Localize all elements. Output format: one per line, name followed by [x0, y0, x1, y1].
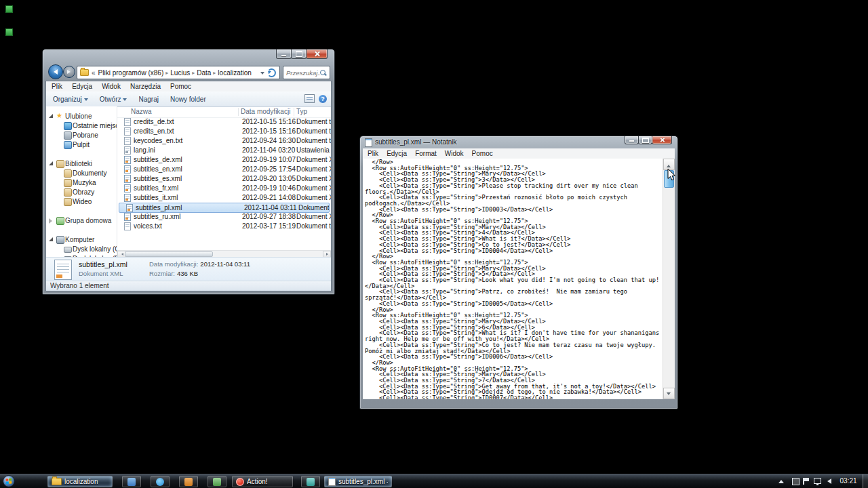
taskbar-item-notepad[interactable]: subtitles_pl.xml — N... [324, 476, 392, 487]
address-dropdown-icon[interactable] [260, 72, 264, 77]
sidebar-group-libraries[interactable]: Biblioteki [46, 159, 117, 168]
taskbar-item-pinned-3[interactable] [179, 476, 198, 487]
forward-button[interactable] [63, 66, 75, 78]
menu-widok[interactable]: Widok [102, 83, 121, 90]
file-row-selected[interactable]: subtitles_pl.xml 2012-11-04 03:11 Dokume… [119, 203, 330, 213]
xml-file-icon [126, 204, 133, 212]
taskbar-item-pinned-1[interactable] [122, 476, 141, 487]
status-bar: Wybrano 1 element [46, 281, 331, 291]
new-folder-button[interactable]: Nowy folder [165, 93, 211, 105]
file-row[interactable]: credits_en.txt 2012-10-15 15:16 Dokument… [117, 127, 331, 136]
expander-icon[interactable] [49, 161, 53, 165]
file-row[interactable]: subtitles_de.xml 2012-09-19 10:07 Dokume… [117, 155, 331, 165]
file-modified: 2012-09-27 18:38 [242, 212, 295, 222]
desktop-icon-1[interactable] [5, 5, 13, 13]
maximize-button[interactable] [638, 136, 652, 144]
sidebar-group-favorites[interactable]: Ulubione [46, 112, 117, 121]
sidebar-item-drive-c[interactable]: Dysk lokalny (C:) [46, 245, 117, 253]
menu-plik[interactable]: Plik [368, 150, 378, 157]
sidebar-item-videos[interactable]: Wideo [46, 197, 117, 206]
breadcrumb-segment[interactable]: Pliki programów (x86) [96, 69, 166, 77]
taskbar-item-pinned-5[interactable] [301, 476, 320, 487]
burn-button[interactable]: Nagraj [134, 93, 163, 105]
breadcrumb-segment[interactable]: localization [216, 69, 253, 77]
drive-icon [64, 247, 72, 253]
menu-bar: Plik Edycja Widok Narzędzia Pomoc [46, 81, 331, 92]
refresh-icon[interactable] [267, 68, 276, 77]
tray-expand-icon[interactable] [778, 480, 784, 483]
organize-button[interactable]: Organizuj [48, 93, 93, 105]
menu-plik[interactable]: Plik [52, 83, 62, 90]
file-row[interactable]: lang.ini 2012-11-04 03:20 Ustawienia kon… [117, 146, 331, 155]
file-row[interactable]: subtitles_ru.xml 2012-09-27 18:38 Dokume… [117, 212, 331, 222]
breadcrumb-segment[interactable]: Data [195, 69, 213, 77]
scroll-down-icon[interactable] [663, 388, 675, 399]
breadcrumb-segment[interactable]: Lucius [168, 69, 192, 77]
network-icon[interactable] [814, 478, 821, 484]
file-row[interactable]: subtitles_fr.xml 2012-09-19 10:46 Dokume… [117, 184, 331, 193]
taskbar-item-explorer[interactable]: localization [47, 476, 113, 487]
action-center-flag-icon[interactable] [803, 478, 804, 485]
explorer-window: « Pliki programów (x86) ▸ Lucius ▸ Data … [42, 49, 335, 295]
sidebar-item-documents[interactable]: Dokumenty [46, 169, 117, 178]
explorer-client-area: Plik Edycja Widok Narzędzia Pomoc Organi… [45, 81, 332, 291]
sidebar-item-label: Dysk lokalny (C:) [73, 245, 117, 253]
menu-pomoc[interactable]: Pomoc [472, 150, 493, 157]
address-bar[interactable]: « Pliki programów (x86) ▸ Lucius ▸ Data … [77, 66, 280, 79]
search-box[interactable] [283, 66, 330, 79]
menu-narzedzia[interactable]: Narzędzia [130, 83, 161, 90]
sidebar-item-recent[interactable]: Ostatnie miejsca [46, 121, 117, 130]
clock[interactable]: 03:21 [835, 474, 861, 488]
desktop-icon [64, 141, 72, 149]
sidebar-group-computer[interactable]: Komputer [46, 235, 117, 244]
expander-icon[interactable] [49, 114, 53, 118]
menu-pomoc[interactable]: Pomoc [170, 83, 191, 90]
column-header-modified[interactable]: Data modyfikacji [241, 108, 290, 115]
expander-icon[interactable] [49, 237, 53, 241]
taskbar-item-pinned-2[interactable] [151, 476, 170, 487]
document-text[interactable]: </Row> <Row ss:AutoFitHeight="0" ss:Heig… [363, 159, 663, 399]
app-tray-icon[interactable] [792, 478, 800, 485]
menu-edycja[interactable]: Edycja [72, 83, 92, 90]
sidebar-group-homegroup[interactable]: Grupa domowa [46, 216, 117, 225]
open-button[interactable]: Otwórz [95, 93, 132, 105]
menu-edycja[interactable]: Edycja [387, 150, 407, 157]
file-modified: 2012-09-25 17:54 [242, 165, 295, 174]
close-button[interactable] [652, 136, 672, 144]
column-divider[interactable] [238, 108, 239, 116]
menu-widok[interactable]: Widok [445, 150, 464, 157]
search-input[interactable] [283, 69, 320, 77]
close-button[interactable] [306, 49, 328, 59]
sidebar-item-music[interactable]: Muzyka [46, 178, 117, 187]
file-row[interactable]: voices.txt 2012-03-17 15:19 Dokument tek… [117, 222, 331, 231]
minimize-button[interactable] [276, 49, 292, 59]
sidebar-item-downloads[interactable]: Pobrane [46, 131, 117, 140]
sidebar-item-pictures[interactable]: Obrazy [46, 188, 117, 197]
file-row[interactable]: subtitles_es.xml 2012-09-20 13:05 Dokume… [117, 174, 331, 184]
taskbar-item-pinned-4[interactable] [208, 476, 226, 487]
vertical-scrollbar[interactable] [663, 159, 675, 399]
column-header-name[interactable]: Nazwa [131, 108, 152, 115]
file-row[interactable]: subtitles_it.xml 2012-09-21 14:08 Dokume… [117, 193, 331, 203]
file-row[interactable]: credits_de.txt 2012-10-15 15:16 Dokument… [117, 117, 331, 127]
taskbar-item-action[interactable]: Action! [232, 476, 293, 487]
menu-format[interactable]: Format [415, 150, 437, 157]
file-row[interactable]: keycodes_en.txt 2012-09-24 16:30 Dokumen… [117, 136, 331, 146]
breadcrumb-overflow-chevron[interactable]: « [92, 69, 96, 77]
file-row[interactable]: subtitles_en.xml 2012-09-25 17:54 Dokume… [117, 165, 331, 174]
desktop-icon-2[interactable] [5, 28, 13, 36]
show-desktop-button[interactable] [863, 474, 868, 488]
views-icon[interactable] [304, 94, 315, 103]
column-divider[interactable] [294, 108, 294, 116]
maximize-button[interactable] [291, 49, 307, 59]
help-icon[interactable] [319, 95, 327, 103]
minimize-button[interactable] [625, 136, 639, 144]
scrollbar-thumb[interactable] [125, 251, 213, 257]
back-button[interactable] [48, 64, 63, 79]
expander-icon[interactable] [49, 218, 52, 224]
volume-icon[interactable] [825, 479, 831, 484]
text-editor[interactable]: </Row> <Row ss:AutoFitHeight="0" ss:Heig… [363, 159, 663, 399]
column-header-type[interactable]: Typ [296, 108, 307, 115]
sidebar-item-desktop[interactable]: Pulpit [46, 140, 117, 149]
start-button[interactable] [3, 475, 15, 487]
